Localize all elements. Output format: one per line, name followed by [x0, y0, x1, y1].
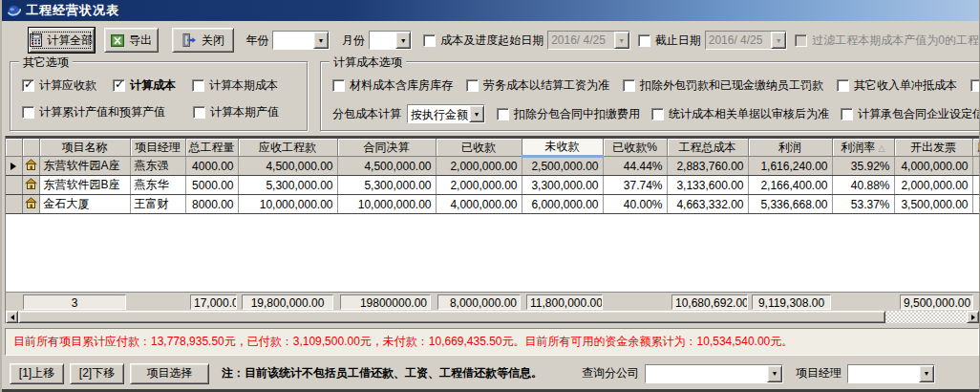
column-header[interactable]: 利润率△	[832, 139, 894, 157]
column-header[interactable]: 项目名称	[39, 139, 130, 157]
column-header[interactable]: 应收工程款	[238, 139, 337, 157]
summary-unreceived: 11,800,000.00	[526, 294, 603, 310]
close-button[interactable]: 关闭	[172, 28, 234, 53]
chevron-down-icon[interactable]: ▼	[469, 105, 484, 122]
column-header[interactable]: 已收款%	[603, 139, 667, 157]
scrollbar-track[interactable]	[885, 311, 967, 323]
option-label: 扣除外包罚款和已现金缴纳员工罚款	[640, 77, 823, 94]
month-select[interactable]: ▼	[369, 31, 412, 50]
move-up-button[interactable]: [1]上移	[10, 363, 64, 384]
option-deduct-outsource-fines[interactable]: 扣除外包罚款和已现金缴纳员工罚款	[623, 77, 823, 94]
icon-column-header	[22, 139, 39, 157]
house-icon	[25, 159, 37, 170]
table-cell: 40.88%	[832, 176, 894, 195]
summary-received: 8,000,000.00	[437, 294, 521, 310]
option-label: 统计成本相关单据以审核后为准	[669, 106, 829, 122]
column-header[interactable]: 利润	[748, 139, 832, 157]
option-other-income-offset[interactable]: 其它收入单冲抵成本	[837, 77, 957, 94]
other-options-title: 其它选项	[19, 54, 73, 71]
scroll-right-button[interactable]	[967, 311, 979, 323]
cost-options-group: 计算成本选项 材料成本含库房库存 劳务成本以结算工资为准 扣除外包罚款和已现金缴…	[320, 61, 980, 131]
option-labor-by-settled-wage[interactable]: 劳务成本以结算工资为准	[466, 77, 609, 94]
chevron-down-icon[interactable]: ▼	[313, 32, 329, 49]
option-calc-receivable[interactable]: 计算应收款	[22, 77, 96, 94]
close-label: 关闭	[202, 33, 224, 49]
checkbox-box	[837, 79, 849, 92]
excel-icon	[111, 34, 124, 47]
branch-select[interactable]: ▼	[645, 364, 783, 383]
option-calc-cost[interactable]: 计算成本	[113, 77, 176, 94]
option-clipped-checkbox[interactable]	[970, 79, 980, 92]
table-row[interactable]: 东营软件园A座燕东强4000.004,500,000.004,500,000.0…	[6, 157, 979, 176]
column-header[interactable]: 已收款	[436, 139, 522, 157]
title-bar: 工程经营状况表	[2, 0, 979, 21]
summary-settlement: 19800000.00	[340, 294, 431, 310]
checkbox-box	[970, 79, 980, 92]
chevron-down-icon[interactable]: ▼	[919, 365, 934, 382]
table-cell: 3,300,000.00	[522, 176, 603, 195]
row-icon-cell	[22, 176, 39, 195]
option-label: 劳务成本以结算工资为准	[483, 77, 609, 94]
calc-all-button[interactable]: 计算全部	[29, 28, 95, 53]
end-date-label: 截止日期	[655, 33, 701, 49]
option-label: 计算成本	[130, 77, 176, 94]
table-cell: 4,000,000.00	[436, 195, 522, 214]
filter-zero-label: 过滤工程本期成本产值为0的工程	[812, 33, 979, 49]
footer-note: 注：目前该统计不包括员工借还款、工资、工程借还款等信息。	[222, 365, 543, 381]
option-stats-after-audit[interactable]: 统计成本相关单据以审核后为准	[651, 106, 829, 122]
table-cell: 8000.00	[185, 195, 238, 214]
window-title: 工程经营状况表	[26, 2, 119, 19]
right-arrow-icon	[971, 315, 975, 320]
table-cell: 3,500,000.00	[894, 195, 972, 214]
table-row[interactable]: 金石大厦王富财8000.0010,000,000.0010,000,000.00…	[6, 195, 979, 214]
cell-project-manager: 燕东华	[130, 176, 185, 195]
manager-select[interactable]: ▼	[847, 364, 935, 383]
cell-project-name: 东营软件园A座	[39, 157, 130, 176]
chevron-down-icon[interactable]: ▼	[767, 365, 782, 382]
table-cell: 5000.00	[185, 176, 238, 195]
table-cell: 53.37%	[832, 195, 894, 214]
summary-profit: 9,119,308.00	[752, 294, 831, 310]
horizontal-scrollbar[interactable]	[6, 311, 979, 323]
option-deduct-subcontract-fees[interactable]: 扣除分包合同中扣缴费用	[497, 106, 640, 122]
column-header[interactable]: 合同决算	[337, 139, 436, 157]
year-value	[273, 32, 313, 49]
column-header[interactable]: 未收款	[522, 139, 603, 157]
option-label: 计算承包合同企业设定信息	[858, 106, 980, 122]
subcontract-method-select[interactable]: 按执行金额 ▼	[407, 104, 485, 123]
manager-filter-value	[848, 365, 919, 382]
table-cell: 4,500,000.00	[238, 157, 337, 176]
column-header[interactable]: 项目经理	[130, 139, 185, 157]
row-indicator-cell	[6, 195, 22, 214]
column-header[interactable]: 开出发票	[894, 139, 972, 157]
move-down-button[interactable]: [2]下移	[70, 363, 124, 384]
option-material-includes-stock[interactable]: 材料成本含库房库存	[332, 77, 453, 94]
end-date-checkbox[interactable]: 截止日期	[638, 33, 701, 49]
table-row[interactable]: 东营软件园B座燕东华5000.005,300,000.005,300,000.0…	[6, 176, 979, 195]
month-value	[370, 32, 395, 49]
checkbox-box	[841, 108, 853, 120]
grid-body: 项目名称项目经理总工程量应收工程款合同决算已收款未收款已收款%工程总成本利润利润…	[6, 139, 979, 292]
chevron-down-icon[interactable]: ▼	[395, 32, 411, 49]
option-contract-enterprise-info[interactable]: 计算承包合同企业设定信息	[841, 106, 980, 122]
table-cell: 2,166,400.00	[748, 176, 832, 195]
chevron-down-icon: ▼	[614, 32, 629, 49]
checkbox-box	[22, 79, 34, 92]
table-cell: 2,000,000.00	[894, 176, 972, 195]
checkbox-box	[497, 108, 509, 120]
column-header[interactable]: 应	[972, 139, 979, 157]
left-arrow-icon	[11, 315, 14, 320]
column-header[interactable]: 工程总成本	[667, 139, 748, 157]
option-calc-period-output[interactable]: 计算本期产值	[193, 104, 279, 120]
summary-row-count: 3	[23, 294, 126, 310]
export-button[interactable]: 导出	[104, 28, 160, 53]
option-calc-period-cost[interactable]: 计算本期成本	[192, 77, 278, 94]
year-select[interactable]: ▼	[272, 31, 330, 50]
scroll-left-button[interactable]	[6, 311, 18, 323]
start-date-checkbox[interactable]: 成本及进度起始日期	[423, 33, 543, 49]
end-date-select: 2016/ 4/25 ▼	[705, 31, 788, 50]
project-select-button[interactable]: 项目选择	[130, 363, 209, 384]
column-header[interactable]: 总工程量	[185, 139, 238, 157]
scrollbar-thumb[interactable]	[18, 311, 885, 323]
option-calc-cumulative-output[interactable]: 计算累计产值和预算产值	[22, 104, 165, 120]
